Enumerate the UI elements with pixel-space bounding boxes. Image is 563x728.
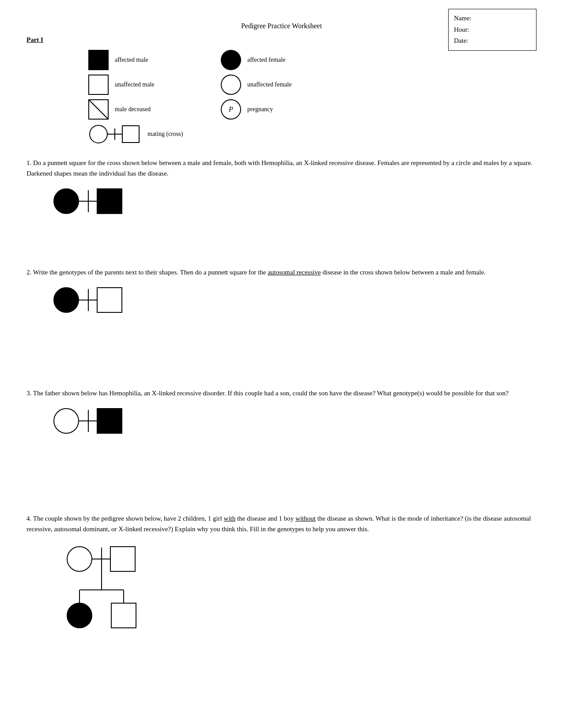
affected-male-label: affected male xyxy=(115,56,148,64)
legend-unaffected-male: unaffected male xyxy=(88,75,194,95)
hour-label: Hour: xyxy=(454,24,523,36)
pregnancy-label: pregnancy xyxy=(247,106,273,113)
unaffected-female-symbol xyxy=(221,75,241,95)
svg-point-5 xyxy=(54,189,79,214)
q3-pedigree-svg xyxy=(53,405,141,436)
question-4: 4. The couple shown by the pedigree show… xyxy=(26,513,537,631)
affected-female-symbol xyxy=(221,50,241,70)
q4-without-underline: without xyxy=(295,515,316,522)
unaffected-male-label: unaffected male xyxy=(115,81,155,88)
legend-row-2: unaffected male unaffected female xyxy=(88,75,537,95)
svg-rect-24 xyxy=(110,547,135,571)
legend-unaffected-female: unaffected female xyxy=(221,75,327,95)
legend-affected-male: affected male xyxy=(88,50,194,70)
legend-affected-female: affected female xyxy=(221,50,327,70)
legend-pregnancy: P pregnancy xyxy=(221,99,327,120)
question-2-text: 2. Write the genotypes of the parents ne… xyxy=(26,267,537,278)
q1-answer-space xyxy=(26,227,537,254)
affected-female-label: affected female xyxy=(247,56,285,64)
q3-pedigree xyxy=(53,405,537,438)
legend-row-4: mating (cross) xyxy=(88,124,537,144)
svg-point-28 xyxy=(67,603,92,628)
legend-row-1: affected male affected female xyxy=(88,50,537,70)
unaffected-male-symbol xyxy=(88,75,109,95)
question-3: 3. The father shown below has Hemophilia… xyxy=(26,388,537,500)
legend-mating: mating (cross) xyxy=(88,124,194,144)
svg-rect-19 xyxy=(97,409,122,433)
q1-pedigree xyxy=(53,186,537,218)
affected-male-symbol xyxy=(88,50,109,70)
q2-pedigree-svg xyxy=(53,285,141,315)
svg-point-15 xyxy=(54,409,79,433)
svg-point-10 xyxy=(54,288,79,312)
name-box: Name: Hour: Date: xyxy=(448,9,537,51)
svg-point-0 xyxy=(90,125,107,143)
q3-answer-space xyxy=(26,447,537,473)
question-1-text: 1. Do a punnett square for the cross sho… xyxy=(26,158,537,179)
svg-rect-9 xyxy=(97,189,122,214)
mating-cross-symbol xyxy=(88,124,141,144)
legend-male-deceased: male deceased xyxy=(88,99,194,120)
legend: affected male affected female unaffected… xyxy=(88,50,537,144)
svg-point-20 xyxy=(67,547,92,571)
q1-pedigree-svg xyxy=(53,186,141,217)
svg-rect-14 xyxy=(97,288,122,312)
date-label: Date: xyxy=(454,35,523,47)
q2-pedigree xyxy=(53,285,537,317)
legend-row-3: male deceased P pregnancy xyxy=(88,99,537,120)
q2-underline: autosomal recessive xyxy=(268,269,321,276)
pregnancy-symbol: P xyxy=(221,99,241,120)
q4-pedigree xyxy=(53,541,537,631)
svg-rect-30 xyxy=(111,603,136,628)
question-4-text: 4. The couple shown by the pedigree show… xyxy=(26,513,537,534)
question-3-text: 3. The father shown below has Hemophilia… xyxy=(26,388,537,398)
name-label: Name: xyxy=(454,13,523,24)
svg-rect-4 xyxy=(122,126,139,143)
male-deceased-symbol xyxy=(88,99,109,120)
question-1: 1. Do a punnett square for the cross sho… xyxy=(26,158,537,254)
question-2: 2. Write the genotypes of the parents ne… xyxy=(26,267,537,375)
mating-cross-label: mating (cross) xyxy=(147,131,183,138)
unaffected-female-label: unaffected female xyxy=(247,81,291,88)
q2-answer-space xyxy=(26,326,537,353)
male-deceased-label: male deceased xyxy=(115,106,151,113)
q4-with-underline: with xyxy=(224,515,236,522)
q4-pedigree-svg xyxy=(53,541,168,630)
